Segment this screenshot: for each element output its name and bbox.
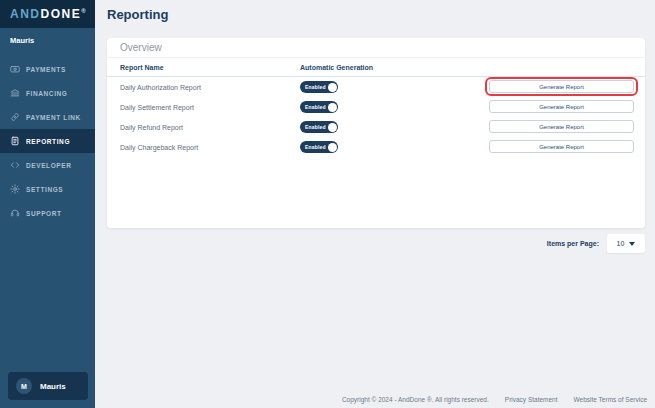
settings-icon: [10, 184, 20, 194]
logo-and-text: AND: [10, 7, 41, 21]
merchant-name: Mauris: [0, 28, 95, 49]
privacy-statement-link[interactable]: Privacy Statement: [505, 396, 558, 403]
sidebar-item-label: REPORTING: [26, 138, 70, 145]
auto-generation-toggle[interactable]: Enabled: [300, 121, 338, 133]
avatar: M: [16, 378, 32, 394]
pagination: Items per Page: 10: [547, 234, 645, 253]
chevron-down-icon: [629, 242, 635, 246]
sidebar-item-developer[interactable]: DEVELOPER: [0, 153, 95, 177]
auto-generation-toggle[interactable]: Enabled: [300, 141, 338, 153]
toggle-knob: [328, 83, 337, 92]
generate-report-button[interactable]: Generate Report: [489, 120, 634, 133]
table-row: Daily Chargeback Report Enabled Generate…: [107, 137, 645, 157]
items-per-page-label: Items per Page:: [547, 240, 599, 247]
auto-generation-toggle[interactable]: Enabled: [300, 81, 338, 93]
report-name: Daily Authorization Report: [120, 84, 201, 91]
column-automatic-generation: Automatic Generation: [300, 64, 373, 71]
copyright-text: Copyright © 2024 - AndDone ®. All rights…: [342, 396, 489, 403]
sidebar-item-label: FINANCING: [26, 90, 68, 97]
overview-card: Overview Report Name Automatic Generatio…: [107, 38, 645, 228]
table-header: Report Name Automatic Generation: [107, 58, 645, 77]
sidebar-item-label: SUPPORT: [26, 210, 62, 217]
toggle-knob: [328, 103, 337, 112]
reporting-icon: [10, 136, 20, 146]
toggle-label: Enabled: [305, 144, 326, 150]
user-name: Mauris: [40, 382, 66, 391]
toggle-label: Enabled: [305, 84, 326, 90]
payment-link-icon: [10, 112, 20, 122]
generate-report-button[interactable]: Generate Report: [489, 140, 634, 153]
table-row: Daily Settlement Report Enabled Generate…: [107, 97, 645, 117]
sidebar-item-label: PAYMENTS: [26, 66, 66, 73]
sidebar-item-label: SETTINGS: [26, 186, 63, 193]
user-menu[interactable]: M Mauris: [8, 372, 88, 400]
report-name: Daily Settlement Report: [120, 104, 194, 111]
footer: Copyright © 2024 - AndDone ®. All rights…: [342, 396, 647, 403]
toggle-knob: [328, 123, 337, 132]
payments-icon: [10, 64, 20, 74]
sidebar: ANDDONE® Mauris PAYMENTS FINANCING PAYME…: [0, 0, 95, 408]
sidebar-item-payments[interactable]: PAYMENTS: [0, 57, 95, 81]
terms-of-service-link[interactable]: Website Terms of Service: [574, 396, 647, 403]
sidebar-item-financing[interactable]: FINANCING: [0, 81, 95, 105]
toggle-label: Enabled: [305, 124, 326, 130]
generate-report-button[interactable]: Generate Report: [489, 100, 634, 113]
auto-generation-toggle[interactable]: Enabled: [300, 101, 338, 113]
logo-strip: ANDDONE®: [0, 0, 95, 28]
logo-done-text: DONE: [41, 7, 82, 21]
sidebar-item-support[interactable]: SUPPORT: [0, 201, 95, 225]
items-per-page-value: 10: [617, 240, 625, 247]
table-row: Daily Refund Report Enabled Generate Rep…: [107, 117, 645, 137]
report-name: Daily Chargeback Report: [120, 144, 198, 151]
toggle-label: Enabled: [305, 104, 326, 110]
sidebar-item-payment-link[interactable]: PAYMENT LINK: [0, 105, 95, 129]
support-icon: [10, 208, 20, 218]
financing-icon: [10, 88, 20, 98]
toggle-knob: [328, 143, 337, 152]
page-title: Reporting: [107, 7, 168, 22]
anddone-logo[interactable]: ANDDONE®: [10, 7, 86, 21]
column-report-name: Report Name: [120, 64, 164, 71]
sidebar-item-label: PAYMENT LINK: [26, 114, 81, 121]
items-per-page-select[interactable]: 10: [607, 234, 645, 253]
sidebar-item-settings[interactable]: SETTINGS: [0, 177, 95, 201]
card-title: Overview: [120, 42, 162, 53]
sidebar-item-reporting[interactable]: REPORTING: [0, 129, 95, 153]
logo-registered-mark: ®: [81, 8, 85, 14]
sidebar-item-label: DEVELOPER: [26, 162, 72, 169]
sidebar-nav: PAYMENTS FINANCING PAYMENT LINK REPORTIN…: [0, 57, 95, 225]
generate-report-button[interactable]: Generate Report: [489, 80, 634, 93]
developer-icon: [10, 160, 20, 170]
card-header: Overview: [107, 38, 645, 58]
main-content: Reporting Overview Report Name Automatic…: [95, 0, 655, 408]
table-row: Daily Authorization Report Enabled Gener…: [107, 77, 645, 97]
report-name: Daily Refund Report: [120, 124, 183, 131]
